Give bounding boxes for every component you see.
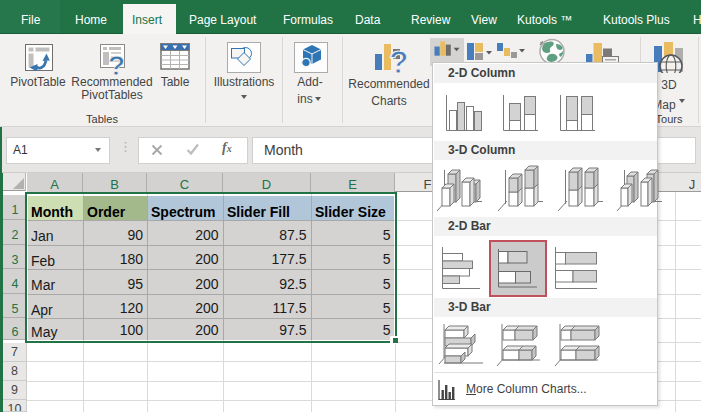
svg-text:?: ? — [389, 44, 409, 77]
svg-text:?: ? — [108, 50, 125, 78]
